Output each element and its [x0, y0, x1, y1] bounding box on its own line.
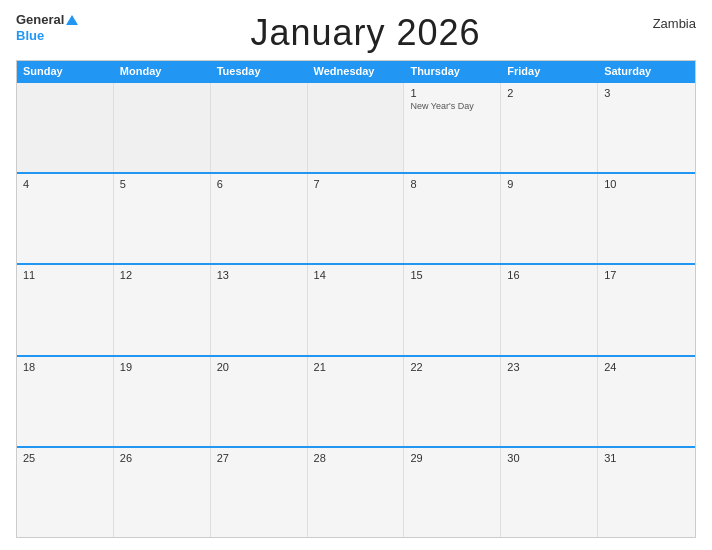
header-friday: Friday	[501, 61, 598, 81]
day-cell-18: 18	[17, 357, 114, 446]
day-cell-8: 8	[404, 174, 501, 263]
day-number: 26	[120, 452, 204, 464]
day-number: 15	[410, 269, 494, 281]
header-saturday: Saturday	[598, 61, 695, 81]
day-cell-26: 26	[114, 448, 211, 537]
day-cell-17: 17	[598, 265, 695, 354]
header-tuesday: Tuesday	[211, 61, 308, 81]
week-row-2: 4 5 6 7 8 9 10	[17, 172, 695, 263]
logo-blue-text: Blue	[16, 28, 78, 44]
day-number: 17	[604, 269, 689, 281]
day-cell	[17, 83, 114, 172]
day-number: 7	[314, 178, 398, 190]
day-number: 14	[314, 269, 398, 281]
day-cell-3: 3	[598, 83, 695, 172]
day-number: 5	[120, 178, 204, 190]
calendar-title: January 2026	[78, 12, 652, 54]
day-cell-6: 6	[211, 174, 308, 263]
day-cell-29: 29	[404, 448, 501, 537]
week-row-1: 1 New Year's Day 2 3	[17, 81, 695, 172]
day-cell-19: 19	[114, 357, 211, 446]
day-number: 9	[507, 178, 591, 190]
day-number: 31	[604, 452, 689, 464]
days-of-week-header: Sunday Monday Tuesday Wednesday Thursday…	[17, 61, 695, 81]
week-row-3: 11 12 13 14 15 16 17	[17, 263, 695, 354]
day-number: 16	[507, 269, 591, 281]
week-row-4: 18 19 20 21 22 23 24	[17, 355, 695, 446]
day-number: 28	[314, 452, 398, 464]
day-cell-10: 10	[598, 174, 695, 263]
header-wednesday: Wednesday	[308, 61, 405, 81]
day-number: 8	[410, 178, 494, 190]
header-monday: Monday	[114, 61, 211, 81]
day-number: 21	[314, 361, 398, 373]
day-number: 20	[217, 361, 301, 373]
day-cell-25: 25	[17, 448, 114, 537]
day-cell-15: 15	[404, 265, 501, 354]
day-number: 4	[23, 178, 107, 190]
day-number: 29	[410, 452, 494, 464]
header-thursday: Thursday	[404, 61, 501, 81]
day-cell-2: 2	[501, 83, 598, 172]
day-cell-28: 28	[308, 448, 405, 537]
day-cell-16: 16	[501, 265, 598, 354]
day-cell-13: 13	[211, 265, 308, 354]
day-cell-27: 27	[211, 448, 308, 537]
holiday-label: New Year's Day	[410, 101, 494, 112]
day-cell-24: 24	[598, 357, 695, 446]
country-label: Zambia	[653, 12, 696, 31]
day-number: 13	[217, 269, 301, 281]
calendar-grid: Sunday Monday Tuesday Wednesday Thursday…	[16, 60, 696, 538]
header-sunday: Sunday	[17, 61, 114, 81]
day-cell	[308, 83, 405, 172]
day-cell-14: 14	[308, 265, 405, 354]
day-number: 18	[23, 361, 107, 373]
calendar-weeks: 1 New Year's Day 2 3 4 5 6 7 8 9 10	[17, 81, 695, 537]
day-number: 30	[507, 452, 591, 464]
day-number: 11	[23, 269, 107, 281]
week-row-5: 25 26 27 28 29 30 31	[17, 446, 695, 537]
day-number: 27	[217, 452, 301, 464]
month-year-heading: January 2026	[78, 12, 652, 54]
day-cell-7: 7	[308, 174, 405, 263]
day-number: 19	[120, 361, 204, 373]
day-cell	[114, 83, 211, 172]
day-number: 6	[217, 178, 301, 190]
day-cell-20: 20	[211, 357, 308, 446]
day-cell-4: 4	[17, 174, 114, 263]
day-number: 24	[604, 361, 689, 373]
page-header: General Blue January 2026 Zambia	[16, 12, 696, 54]
day-number: 23	[507, 361, 591, 373]
day-number: 10	[604, 178, 689, 190]
calendar-page: General Blue January 2026 Zambia Sunday …	[0, 0, 712, 550]
day-number: 12	[120, 269, 204, 281]
day-number: 22	[410, 361, 494, 373]
day-number: 1	[410, 87, 494, 99]
day-cell-9: 9	[501, 174, 598, 263]
day-cell-23: 23	[501, 357, 598, 446]
day-cell-1: 1 New Year's Day	[404, 83, 501, 172]
day-cell	[211, 83, 308, 172]
day-cell-21: 21	[308, 357, 405, 446]
logo-general-text: General	[16, 12, 64, 28]
day-cell-30: 30	[501, 448, 598, 537]
logo-triangle-icon	[66, 15, 78, 25]
logo: General Blue	[16, 12, 78, 43]
day-number: 25	[23, 452, 107, 464]
day-cell-31: 31	[598, 448, 695, 537]
day-cell-22: 22	[404, 357, 501, 446]
day-cell-11: 11	[17, 265, 114, 354]
day-cell-5: 5	[114, 174, 211, 263]
day-number: 2	[507, 87, 591, 99]
day-number: 3	[604, 87, 689, 99]
day-cell-12: 12	[114, 265, 211, 354]
